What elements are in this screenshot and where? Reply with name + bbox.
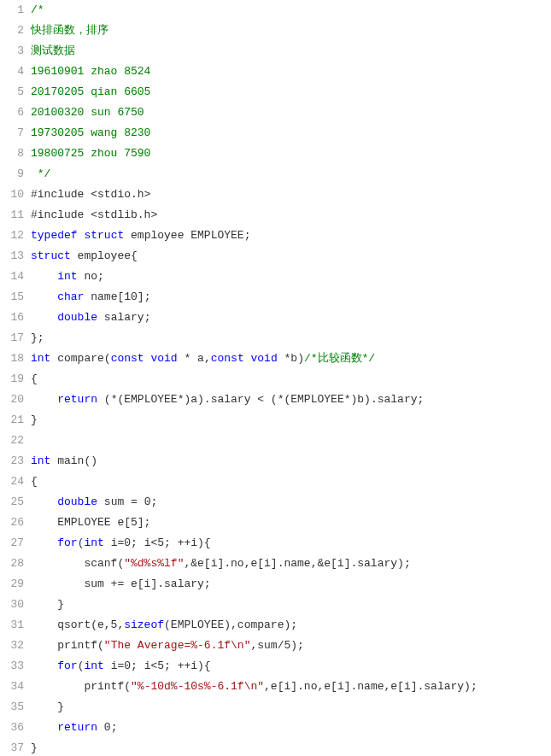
line-number: 8 xyxy=(0,144,31,164)
token: *b) xyxy=(278,352,304,365)
token: employee{ xyxy=(71,249,138,262)
token: "%-10d%-10s%-6.1f\n" xyxy=(131,680,264,693)
token: employee EMPLOYEE; xyxy=(124,229,250,242)
token: } xyxy=(31,413,38,426)
token: #include <stdio.h> xyxy=(31,188,150,201)
line-number: 19 xyxy=(0,369,31,390)
token: (*(EMPLOYEE*)a).salary < (*(EMPLOYEE*)b)… xyxy=(97,393,424,406)
token: "%d%s%lf" xyxy=(124,557,184,570)
token xyxy=(31,311,57,324)
line-number: 17 xyxy=(0,328,31,349)
line-content: 测试数据 xyxy=(31,41,551,62)
token: name[10]; xyxy=(84,290,150,303)
code-line: 29 sum += e[i].salary; xyxy=(0,574,551,595)
line-number: 1 xyxy=(0,0,31,21)
line-number: 9 xyxy=(0,164,31,185)
code-line: 1/* xyxy=(0,0,551,21)
code-line: 2快排函数，排序 xyxy=(0,21,551,41)
token: (EMPLOYEE),compare); xyxy=(164,618,297,631)
token: i=0; i<5; ++i){ xyxy=(104,659,211,672)
token: main() xyxy=(50,454,97,467)
line-number: 26 xyxy=(0,513,31,533)
line-content: int main() xyxy=(31,451,551,472)
line-number: 24 xyxy=(0,472,31,492)
line-number: 14 xyxy=(0,267,31,287)
code-line: 16 double salary; xyxy=(0,308,551,328)
code-line: 31 qsort(e,5,sizeof(EMPLOYEE),compare); xyxy=(0,615,551,636)
token xyxy=(31,536,57,549)
token: no; xyxy=(78,270,104,283)
line-content: int no; xyxy=(31,267,551,287)
token: sum = 0; xyxy=(97,495,157,508)
code-line: 419610901 zhao 8524 xyxy=(0,62,551,82)
token: "The Average=%-6.1f\n" xyxy=(104,639,251,652)
line-number: 23 xyxy=(0,451,31,472)
line-number: 28 xyxy=(0,554,31,574)
token: int xyxy=(31,454,50,467)
line-number: 15 xyxy=(0,287,31,308)
line-content xyxy=(31,431,551,451)
code-line: 3测试数据 xyxy=(0,41,551,62)
code-line: 19{ xyxy=(0,369,551,390)
line-number: 5 xyxy=(0,82,31,103)
line-content: 19730205 wang 8230 xyxy=(31,123,551,144)
code-line: 819800725 zhou 7590 xyxy=(0,144,551,164)
line-content: printf("%-10d%-10s%-6.1f\n",e[i].no,e[i]… xyxy=(31,677,551,697)
token: struct xyxy=(31,249,71,262)
code-line: 620100320 sun 6750 xyxy=(0,103,551,123)
line-content: 20170205 qian 6605 xyxy=(31,82,551,103)
line-number: 2 xyxy=(0,21,31,41)
line-content: double sum = 0; xyxy=(31,492,551,513)
line-number: 37 xyxy=(0,738,31,756)
token: char xyxy=(57,290,84,303)
code-line: 22 xyxy=(0,431,551,451)
line-number: 16 xyxy=(0,308,31,328)
code-line: 35 } xyxy=(0,697,551,718)
line-number: 7 xyxy=(0,123,31,144)
line-content: qsort(e,5,sizeof(EMPLOYEE),compare); xyxy=(31,615,551,636)
line-number: 35 xyxy=(0,697,31,718)
line-content: sum += e[i].salary; xyxy=(31,574,551,595)
token: struct xyxy=(84,229,124,242)
token: ,&e[i].no,e[i].name,&e[i].salary); xyxy=(184,557,410,570)
token: * a, xyxy=(178,352,211,365)
token xyxy=(244,352,251,365)
code-line: 24{ xyxy=(0,472,551,492)
line-number: 20 xyxy=(0,390,31,410)
token: 19730205 wang 8230 xyxy=(31,126,150,139)
token: } xyxy=(31,741,38,754)
token: #include <stdlib.h> xyxy=(31,208,157,221)
token: /* xyxy=(31,3,44,16)
line-number: 33 xyxy=(0,656,31,677)
line-number: 25 xyxy=(0,492,31,513)
code-line: 26 EMPLOYEE e[5]; xyxy=(0,513,551,533)
line-content: char name[10]; xyxy=(31,287,551,308)
line-content: printf("The Average=%-6.1f\n",sum/5); xyxy=(31,636,551,656)
line-number: 10 xyxy=(0,185,31,205)
token: i=0; i<5; ++i){ xyxy=(104,536,211,549)
token xyxy=(31,290,57,303)
token xyxy=(31,270,57,283)
token: compare( xyxy=(50,352,110,365)
token: for xyxy=(57,659,77,672)
token xyxy=(31,659,57,672)
token: const xyxy=(211,352,244,365)
token xyxy=(31,721,57,734)
token: printf( xyxy=(31,639,104,652)
line-number: 31 xyxy=(0,615,31,636)
token: EMPLOYEE e[5]; xyxy=(31,516,150,529)
token: }; xyxy=(31,331,44,344)
line-content: } xyxy=(31,697,551,718)
token: int xyxy=(31,352,50,365)
line-content: } xyxy=(31,410,551,431)
token: 19610901 zhao 8524 xyxy=(31,65,150,78)
token: ,sum/5); xyxy=(250,639,303,652)
line-number: 13 xyxy=(0,246,31,267)
token: } xyxy=(31,700,64,713)
line-number: 21 xyxy=(0,410,31,431)
line-content: EMPLOYEE e[5]; xyxy=(31,513,551,533)
code-line: 21} xyxy=(0,410,551,431)
code-line: 14 int no; xyxy=(0,267,551,287)
token: double xyxy=(57,311,97,324)
code-line: 34 printf("%-10d%-10s%-6.1f\n",e[i].no,e… xyxy=(0,677,551,697)
